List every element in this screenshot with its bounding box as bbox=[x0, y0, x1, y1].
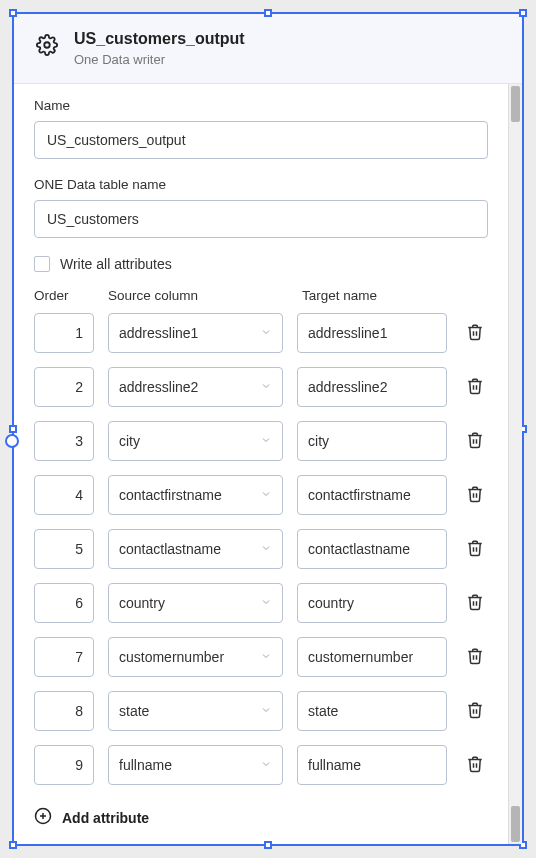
trash-icon bbox=[466, 755, 484, 776]
delete-row-button[interactable] bbox=[461, 319, 488, 347]
delete-row-button[interactable] bbox=[461, 697, 488, 725]
order-input[interactable] bbox=[34, 367, 94, 407]
order-input[interactable] bbox=[34, 529, 94, 569]
source-column-value: fullname bbox=[119, 757, 172, 773]
trash-icon bbox=[466, 539, 484, 560]
source-column-select[interactable]: fullname bbox=[108, 745, 283, 785]
resize-handle[interactable] bbox=[9, 9, 17, 17]
chevron-down-icon bbox=[260, 757, 272, 773]
target-name-input[interactable] bbox=[297, 529, 447, 569]
target-name-input[interactable] bbox=[297, 313, 447, 353]
delete-row-button[interactable] bbox=[461, 481, 488, 509]
target-name-input[interactable] bbox=[297, 475, 447, 515]
trash-icon bbox=[466, 323, 484, 344]
source-column-select[interactable]: city bbox=[108, 421, 283, 461]
source-column-select[interactable]: country bbox=[108, 583, 283, 623]
write-all-label: Write all attributes bbox=[60, 256, 172, 272]
name-input[interactable] bbox=[34, 121, 488, 159]
panel-title: US_customers_output bbox=[74, 30, 245, 48]
attribute-row: state bbox=[34, 691, 488, 731]
target-name-input[interactable] bbox=[297, 745, 447, 785]
target-name-input[interactable] bbox=[297, 637, 447, 677]
panel-body-wrap: Name ONE Data table name Write all attri… bbox=[14, 84, 522, 844]
source-column-value: state bbox=[119, 703, 149, 719]
attribute-row: addressline1 bbox=[34, 313, 488, 353]
chevron-down-icon bbox=[260, 433, 272, 449]
add-attribute-label: Add attribute bbox=[62, 810, 149, 826]
source-column-select[interactable]: state bbox=[108, 691, 283, 731]
source-column-select[interactable]: addressline1 bbox=[108, 313, 283, 353]
attribute-row: addressline2 bbox=[34, 367, 488, 407]
target-name-input[interactable] bbox=[297, 583, 447, 623]
source-column-value: addressline2 bbox=[119, 379, 198, 395]
table-name-input[interactable] bbox=[34, 200, 488, 238]
svg-point-0 bbox=[44, 42, 50, 48]
order-input[interactable] bbox=[34, 313, 94, 353]
chevron-down-icon bbox=[260, 649, 272, 665]
attribute-row: country bbox=[34, 583, 488, 623]
scrollbar-thumb[interactable] bbox=[511, 806, 520, 842]
source-column-select[interactable]: contactlastname bbox=[108, 529, 283, 569]
target-name-input[interactable] bbox=[297, 691, 447, 731]
attribute-row: contactfirstname bbox=[34, 475, 488, 515]
order-input[interactable] bbox=[34, 421, 94, 461]
chevron-down-icon bbox=[260, 541, 272, 557]
order-input[interactable] bbox=[34, 583, 94, 623]
plus-circle-icon bbox=[34, 807, 52, 828]
name-label: Name bbox=[34, 98, 488, 113]
trash-icon bbox=[466, 701, 484, 722]
trash-icon bbox=[466, 485, 484, 506]
order-input[interactable] bbox=[34, 691, 94, 731]
checkbox-box[interactable] bbox=[34, 256, 50, 272]
attribute-row: fullname bbox=[34, 745, 488, 785]
attribute-row: city bbox=[34, 421, 488, 461]
scrollbar[interactable] bbox=[508, 84, 522, 844]
chevron-down-icon bbox=[260, 487, 272, 503]
delete-row-button[interactable] bbox=[461, 751, 488, 779]
chevron-down-icon bbox=[260, 703, 272, 719]
panel-body: Name ONE Data table name Write all attri… bbox=[14, 84, 508, 844]
delete-row-button[interactable] bbox=[461, 427, 488, 455]
source-column-value: customernumber bbox=[119, 649, 224, 665]
delete-row-button[interactable] bbox=[461, 643, 488, 671]
source-column-value: city bbox=[119, 433, 140, 449]
write-all-checkbox[interactable]: Write all attributes bbox=[34, 256, 488, 272]
chevron-down-icon bbox=[260, 325, 272, 341]
trash-icon bbox=[466, 593, 484, 614]
attribute-rows: addressline1addressline2citycontactfirst… bbox=[34, 313, 488, 785]
source-column-select[interactable]: contactfirstname bbox=[108, 475, 283, 515]
order-input[interactable] bbox=[34, 475, 94, 515]
panel-subtitle: One Data writer bbox=[74, 52, 245, 67]
chevron-down-icon bbox=[260, 595, 272, 611]
target-name-input[interactable] bbox=[297, 421, 447, 461]
order-input[interactable] bbox=[34, 745, 94, 785]
attribute-row: contactlastname bbox=[34, 529, 488, 569]
trash-icon bbox=[466, 431, 484, 452]
attribute-row: customernumber bbox=[34, 637, 488, 677]
target-name-input[interactable] bbox=[297, 367, 447, 407]
source-column-value: addressline1 bbox=[119, 325, 198, 341]
chevron-down-icon bbox=[260, 379, 272, 395]
config-panel: US_customers_output One Data writer Name… bbox=[12, 12, 524, 846]
order-input[interactable] bbox=[34, 637, 94, 677]
delete-row-button[interactable] bbox=[461, 373, 488, 401]
delete-row-button[interactable] bbox=[461, 589, 488, 617]
col-header-source: Source column bbox=[108, 288, 288, 303]
trash-icon bbox=[466, 647, 484, 668]
gear-icon bbox=[36, 30, 58, 59]
table-name-label: ONE Data table name bbox=[34, 177, 488, 192]
scrollbar-thumb[interactable] bbox=[511, 86, 520, 122]
source-column-value: contactfirstname bbox=[119, 487, 222, 503]
source-column-select[interactable]: addressline2 bbox=[108, 367, 283, 407]
add-attribute-button[interactable]: Add attribute bbox=[34, 807, 488, 828]
source-column-value: country bbox=[119, 595, 165, 611]
delete-row-button[interactable] bbox=[461, 535, 488, 563]
resize-handle[interactable] bbox=[264, 9, 272, 17]
col-header-target: Target name bbox=[302, 288, 452, 303]
col-header-order: Order bbox=[34, 288, 94, 303]
attribute-grid-header: Order Source column Target name bbox=[34, 288, 488, 303]
resize-handle[interactable] bbox=[519, 9, 527, 17]
trash-icon bbox=[466, 377, 484, 398]
source-column-select[interactable]: customernumber bbox=[108, 637, 283, 677]
panel-header: US_customers_output One Data writer bbox=[14, 14, 522, 84]
